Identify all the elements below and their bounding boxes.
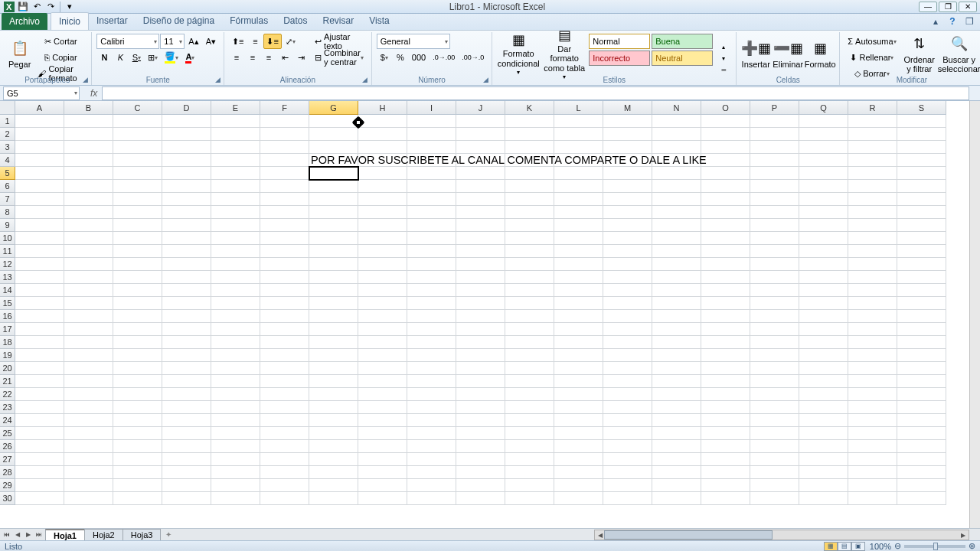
cell-H13[interactable] xyxy=(358,271,407,284)
cell-P14[interactable] xyxy=(750,284,799,297)
cell-B19[interactable] xyxy=(64,349,113,362)
cell-S21[interactable] xyxy=(897,375,946,388)
cell-R20[interactable] xyxy=(848,362,897,375)
cell-C29[interactable] xyxy=(113,479,162,492)
cell-Q28[interactable] xyxy=(799,466,848,479)
col-header-I[interactable]: I xyxy=(407,101,456,115)
cell-Q3[interactable] xyxy=(799,141,848,154)
cell-B6[interactable] xyxy=(64,180,113,193)
cell-H10[interactable] xyxy=(358,232,407,245)
sheet-nav-prev[interactable]: ◀ xyxy=(12,530,23,540)
cell-O6[interactable] xyxy=(701,180,750,193)
cell-M1[interactable] xyxy=(603,115,652,128)
cell-J24[interactable] xyxy=(456,414,505,427)
cell-B16[interactable] xyxy=(64,310,113,323)
cell-P21[interactable] xyxy=(750,375,799,388)
cell-P2[interactable] xyxy=(750,128,799,141)
cell-B12[interactable] xyxy=(64,258,113,271)
cell-I23[interactable] xyxy=(407,401,456,414)
row-header-10[interactable]: 10 xyxy=(0,232,15,245)
row-header-20[interactable]: 20 xyxy=(0,362,15,375)
cell-C13[interactable] xyxy=(113,271,162,284)
cell-L30[interactable] xyxy=(554,492,603,505)
cell-C24[interactable] xyxy=(113,414,162,427)
cell-D9[interactable] xyxy=(162,219,211,232)
cell-B13[interactable] xyxy=(64,271,113,284)
cell-H15[interactable] xyxy=(358,297,407,310)
cell-R8[interactable] xyxy=(848,206,897,219)
cell-S20[interactable] xyxy=(897,362,946,375)
row-header-5[interactable]: 5 xyxy=(0,167,15,180)
excel-icon[interactable]: X xyxy=(3,1,15,13)
cell-N15[interactable] xyxy=(652,297,701,310)
number-format-combo[interactable]: General xyxy=(377,34,450,49)
cell-D19[interactable] xyxy=(162,349,211,362)
cell-H23[interactable] xyxy=(358,401,407,414)
row-header-11[interactable]: 11 xyxy=(0,245,15,258)
sheet-tab-hoja2[interactable]: Hoja2 xyxy=(84,529,123,541)
row-header-30[interactable]: 30 xyxy=(0,492,15,505)
cell-L1[interactable] xyxy=(554,115,603,128)
cell-R15[interactable] xyxy=(848,297,897,310)
cell-E19[interactable] xyxy=(211,349,260,362)
cell-G4[interactable]: POR FAVOR SUSCRIBETE AL CANAL COMENTA CO… xyxy=(309,154,358,167)
row-header-12[interactable]: 12 xyxy=(0,258,15,271)
cell-F8[interactable] xyxy=(260,206,309,219)
cell-L23[interactable] xyxy=(554,401,603,414)
cell-C4[interactable] xyxy=(113,154,162,167)
cell-N30[interactable] xyxy=(652,492,701,505)
cell-R9[interactable] xyxy=(848,219,897,232)
redo-icon[interactable]: ↷ xyxy=(44,1,57,13)
cell-F22[interactable] xyxy=(260,388,309,401)
cell-P30[interactable] xyxy=(750,492,799,505)
cell-R18[interactable] xyxy=(848,336,897,349)
col-header-A[interactable]: A xyxy=(15,101,64,115)
cell-I9[interactable] xyxy=(407,219,456,232)
cell-H17[interactable] xyxy=(358,323,407,336)
cell-I14[interactable] xyxy=(407,284,456,297)
cell-C16[interactable] xyxy=(113,310,162,323)
row-header-17[interactable]: 17 xyxy=(0,323,15,336)
tab-diseño-de-página[interactable]: Diseño de página xyxy=(136,12,222,30)
cell-M15[interactable] xyxy=(603,297,652,310)
cell-K3[interactable] xyxy=(505,141,554,154)
col-header-R[interactable]: R xyxy=(848,101,897,115)
cell-I26[interactable] xyxy=(407,440,456,453)
col-header-S[interactable]: S xyxy=(897,101,946,115)
cell-O1[interactable] xyxy=(701,115,750,128)
cell-G17[interactable] xyxy=(309,323,358,336)
tab-revisar[interactable]: Revisar xyxy=(315,12,362,30)
cell-M12[interactable] xyxy=(603,258,652,271)
cell-Q20[interactable] xyxy=(799,362,848,375)
cell-B5[interactable] xyxy=(64,167,113,180)
cell-H24[interactable] xyxy=(358,414,407,427)
formula-bar[interactable] xyxy=(102,86,969,100)
align-bottom-button[interactable]: ⬇≡ xyxy=(263,34,281,49)
cell-N27[interactable] xyxy=(652,453,701,466)
horizontal-scrollbar[interactable]: ◀ ▶ xyxy=(594,530,969,540)
cell-M29[interactable] xyxy=(603,479,652,492)
style-incorrecto[interactable]: Incorrecto xyxy=(589,51,650,66)
cell-I21[interactable] xyxy=(407,375,456,388)
cell-F5[interactable] xyxy=(260,167,309,180)
cell-M8[interactable] xyxy=(603,206,652,219)
cell-J1[interactable] xyxy=(456,115,505,128)
cell-R2[interactable] xyxy=(848,128,897,141)
cell-E23[interactable] xyxy=(211,401,260,414)
cell-Q21[interactable] xyxy=(799,375,848,388)
cell-K25[interactable] xyxy=(505,427,554,440)
styles-more[interactable]: ═ xyxy=(716,65,731,76)
cell-S3[interactable] xyxy=(897,141,946,154)
cell-N6[interactable] xyxy=(652,180,701,193)
cell-J22[interactable] xyxy=(456,388,505,401)
row-header-27[interactable]: 27 xyxy=(0,453,15,466)
cell-N5[interactable] xyxy=(652,167,701,180)
cell-O18[interactable] xyxy=(701,336,750,349)
cell-J7[interactable] xyxy=(456,193,505,206)
minimize-button[interactable]: — xyxy=(919,2,937,12)
zoom-in-button[interactable]: ⊕ xyxy=(969,541,975,551)
cell-E29[interactable] xyxy=(211,479,260,492)
row-header-23[interactable]: 23 xyxy=(0,401,15,414)
col-header-F[interactable]: F xyxy=(260,101,309,115)
cell-D30[interactable] xyxy=(162,492,211,505)
